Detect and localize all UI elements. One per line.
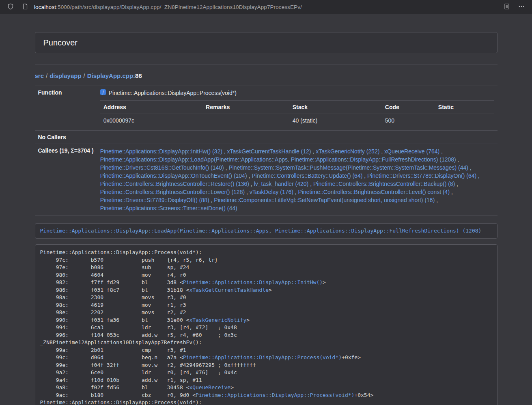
disassembly-symbol-link[interactable]: Pinetime::Applications::DisplayApp::Proc… — [183, 354, 342, 360]
page-icon — [22, 3, 28, 11]
breadcrumb-link-src[interactable]: src — [35, 72, 44, 79]
shield-icon — [7, 3, 14, 11]
callee-separator: , — [439, 148, 443, 155]
page-title: Puncover — [43, 38, 489, 47]
breadcrumb-separator: / — [84, 72, 85, 79]
url-bar[interactable]: localhost:5000/path/src/displayapp/Displ… — [34, 4, 498, 10]
callee-separator: , — [450, 189, 453, 195]
callees-label: Callees (19, Σ=3704 ) — [35, 144, 97, 216]
callee-separator: , — [435, 197, 438, 203]
page-content: Puncover src/displayapp/DisplayApp.cpp:8… — [35, 14, 498, 405]
url-host: localhost — [34, 4, 56, 10]
callee-link[interactable]: Pinetime::Controllers::BrightnessControl… — [313, 181, 455, 187]
no-callers-cell — [97, 131, 498, 144]
function-name-line: f Pinetime::Applications::DisplayApp::Pr… — [100, 89, 494, 96]
function-detail-table: Address Remarks Stack Code Static 0x0000… — [100, 100, 494, 127]
disassembly-symbol-link[interactable]: xTaskGenericNotify — [189, 317, 246, 323]
column-header-stack: Stack — [289, 101, 382, 114]
disassembly-symbol-link[interactable]: Pinetime::Applications::DisplayApp::Init… — [183, 279, 323, 285]
callee-link[interactable]: vTaskDelay (176) — [250, 189, 293, 195]
url-path: :5000/path/src/displayapp/DisplayApp.cpp… — [56, 4, 302, 10]
disassembly-symbol-link[interactable]: Pinetime::Applications::DisplayApp::Proc… — [196, 392, 354, 398]
callee-link[interactable]: Pinetime::Drivers::St7789::DisplayOff() … — [100, 197, 209, 203]
reader-mode-icon — [504, 3, 510, 11]
callee-separator: , — [249, 181, 254, 187]
highlighted-symbol-panel: Pinetime::Applications::DisplayApp::Load… — [35, 223, 498, 239]
callee-link[interactable]: xQueueReceive (764) — [384, 148, 439, 155]
column-header-code: Code — [382, 101, 435, 114]
stack-value: 40 (static) — [289, 114, 382, 127]
callee-link[interactable]: Pinetime::Applications::DisplayApp::Load… — [100, 156, 456, 163]
callee-link[interactable]: xTaskGenericNotify (252) — [316, 148, 379, 155]
no-callers-label: No Callers — [35, 131, 97, 144]
remarks-value — [202, 114, 289, 127]
symbol-table: Function f Pinetime::Applications::Displ… — [35, 86, 498, 216]
meatball-menu-icon — [518, 3, 525, 11]
breadcrumb: src/displayapp/DisplayApp.cpp:86 — [35, 72, 498, 79]
address-value: 0x0000097c — [100, 114, 202, 127]
callee-link[interactable]: Pinetime::Drivers::St7789::DisplayOn() (… — [367, 172, 476, 179]
disassembly-symbol-link[interactable]: xTaskGetCurrentTaskHandle — [189, 287, 269, 293]
callee-link[interactable]: Pinetime::Controllers::BrightnessControl… — [298, 189, 450, 195]
disassembly-symbol-link[interactable]: xQueueReceive — [189, 384, 230, 390]
callee-link[interactable]: Pinetime::Drivers::Cst816S::GetTouchInfo… — [100, 164, 224, 171]
callee-separator: , — [456, 156, 459, 163]
divider — [35, 65, 498, 65]
callee-separator: , — [247, 172, 252, 179]
browser-toolbar: localhost:5000/path/src/displayapp/Displ… — [0, 0, 532, 14]
no-callers-row: No Callers — [35, 131, 498, 144]
detail-value-row: 0x0000097c 40 (static) 500 — [100, 114, 494, 127]
callee-link[interactable]: Pinetime::Applications::DisplayApp::OnTo… — [100, 172, 247, 179]
column-header-remarks: Remarks — [202, 101, 289, 114]
reader-mode-button[interactable] — [501, 2, 513, 12]
callee-link[interactable]: Pinetime::Applications::DisplayApp::Init… — [100, 148, 222, 155]
callees-row: Callees (19, Σ=3704 ) Pinetime::Applicat… — [35, 144, 498, 216]
column-header-address: Address — [100, 101, 202, 114]
browser-window: localhost:5000/path/src/displayapp/Displ… — [0, 0, 532, 405]
overflow-menu-button[interactable] — [516, 2, 527, 12]
detail-header-row: Address Remarks Stack Code Static — [100, 101, 494, 114]
breadcrumb-line-number: 86 — [135, 72, 142, 79]
function-row-label: Function — [35, 86, 97, 131]
callee-separator: , — [308, 181, 313, 187]
breadcrumb-separator: / — [46, 72, 47, 79]
tracking-protection-shield-button[interactable] — [5, 2, 16, 12]
callee-link[interactable]: Pinetime::Components::LittleVgl::SetNewT… — [214, 197, 435, 203]
callee-separator: , — [224, 164, 229, 171]
callee-separator: , — [379, 148, 384, 155]
column-header-static: Static — [435, 101, 494, 114]
breadcrumb-link-displayapp[interactable]: displayapp — [50, 72, 81, 79]
callee-separator: , — [476, 172, 480, 179]
callee-separator: , — [362, 172, 367, 179]
callee-link[interactable]: xTaskGetCurrentTaskHandle (12) — [227, 148, 311, 155]
breadcrumb-link-file[interactable]: DisplayApp.cpp: — [87, 72, 135, 79]
static-value — [435, 114, 494, 127]
callee-link[interactable]: Pinetime::Controllers::Battery::Update()… — [252, 172, 362, 179]
function-cell: f Pinetime::Applications::DisplayApp::Pr… — [97, 86, 498, 131]
site-identity-button[interactable] — [19, 2, 31, 12]
disassembly-pre: Pinetime::Applications::DisplayApp::Proc… — [35, 244, 498, 405]
function-type-icon: f — [100, 89, 106, 96]
callee-separator: , — [468, 164, 472, 171]
callee-separator: , — [245, 189, 250, 195]
callee-separator: , — [293, 189, 298, 195]
callees-cell: Pinetime::Applications::DisplayApp::Init… — [97, 144, 498, 216]
callee-link[interactable]: Pinetime::Controllers::BrightnessControl… — [100, 181, 249, 187]
callee-link[interactable]: lv_task_handler (420) — [254, 181, 309, 187]
callee-link[interactable]: Pinetime::System::SystemTask::PushMessag… — [228, 164, 468, 171]
function-row: Function f Pinetime::Applications::Displ… — [35, 86, 498, 131]
function-name: Pinetime::Applications::DisplayApp::Proc… — [109, 90, 237, 96]
callee-separator: , — [222, 148, 227, 155]
callee-link[interactable]: Pinetime::Controllers::BrightnessControl… — [100, 189, 245, 195]
callee-link[interactable]: Pinetime::Applications::Screens::Timer::… — [100, 205, 237, 211]
code-value: 500 — [382, 114, 435, 127]
page-title-panel: Puncover — [35, 32, 498, 53]
highlighted-symbol-link[interactable]: Pinetime::Applications::DisplayApp::Load… — [40, 228, 482, 234]
callee-separator: , — [311, 148, 316, 155]
callee-separator: , — [455, 181, 458, 187]
callee-separator: , — [209, 197, 214, 203]
